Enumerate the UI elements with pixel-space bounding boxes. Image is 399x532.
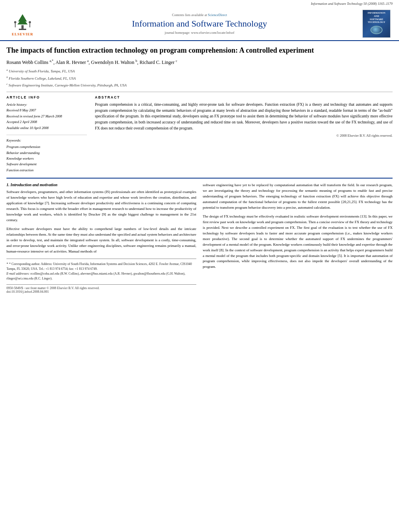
copyright-line: © 2008 Elsevier B.V. All rights reserved… <box>95 134 393 138</box>
keyword-4: Software development <box>6 161 87 167</box>
elsevier-tree-icon <box>10 11 35 31</box>
article-title: The impacts of function extraction techn… <box>6 46 393 55</box>
history-label: Article history: <box>6 102 87 107</box>
journal-badge-logo: INFORMATIONANDSOFTWARETECHNOLOGY <box>360 10 393 38</box>
corresponding-note: * * Corresponding author. Address: Unive… <box>6 261 196 272</box>
footer-footnotes: * * Corresponding author. Address: Unive… <box>6 259 196 281</box>
sciencedirect-link[interactable]: ScienceDirect <box>208 13 227 17</box>
keyword-1: Program comprehension <box>6 144 87 150</box>
sciencedirect-line: Contents lists available at ScienceDirec… <box>47 13 352 17</box>
email-note: E-mail addresses: rcollins@coba.usf.edu … <box>6 271 196 281</box>
keyword-2: Behavior understanding <box>6 150 87 156</box>
article-body: 1. Introduction and motivation Software … <box>6 178 393 294</box>
accepted-date: Accepted 2 April 2008 <box>6 119 87 125</box>
abstract-text: Program comprehension is a critical, tim… <box>95 102 393 131</box>
article-history: Article history: Received 8 May 2007 Rec… <box>6 102 87 131</box>
keywords-section: Keywords: Program comprehension Behavior… <box>6 138 87 173</box>
keyword-3: Knowledge workers <box>6 156 87 161</box>
bottom-copyright: 0950-5849/$ - see front matter © 2008 El… <box>6 286 196 290</box>
affiliations: a University of South Florida, Tampa, FL… <box>6 68 393 88</box>
article-info-label: ARTICLE INFO <box>6 95 87 99</box>
abstract-col: ABSTRACT Program comprehension is a crit… <box>95 95 393 173</box>
body-left-col: 1. Introduction and motivation Software … <box>6 183 196 294</box>
main-content: The impacts of function extraction techn… <box>0 41 399 298</box>
left-col-divider <box>6 135 87 135</box>
journal-header-center: Contents lists available at ScienceDirec… <box>39 13 360 35</box>
svg-rect-1 <box>21 25 23 29</box>
elsevier-logo: ELSEVIER <box>6 11 39 36</box>
section-divider <box>6 92 393 92</box>
bottom-bar: 0950-5849/$ - see front matter © 2008 El… <box>6 284 196 294</box>
section1-title: 1. Introduction and motivation <box>6 183 196 187</box>
journal-info-bar: Information and Software Technology 50 (… <box>0 0 399 6</box>
revised-date: Received in revised form 27 March 2008 <box>6 113 87 119</box>
authors-line: Rosann Webb Collins a,*, Alan R. Hevner … <box>6 59 393 66</box>
svg-point-6 <box>29 21 31 23</box>
journal-title: Information and Software Technology <box>47 18 352 29</box>
doi-line: doi:10.1016/j.infsof.2008.04.001 <box>6 290 196 294</box>
elsevier-brand-text: ELSEVIER <box>12 32 33 36</box>
svg-rect-0 <box>19 29 26 30</box>
journal-homepage: journal homepage: www.elsevier.com/locat… <box>47 31 352 35</box>
journal-header: ELSEVIER Contents lists available at Sci… <box>0 6 399 41</box>
article-info-col: ARTICLE INFO Article history: Received 8… <box>6 95 87 173</box>
abstract-label: ABSTRACT <box>95 95 393 99</box>
svg-point-4 <box>14 21 16 23</box>
body-para1: Software developers, programmers, and ot… <box>6 189 196 223</box>
body-para2: Effective software developers must have … <box>6 226 196 255</box>
keyword-5: Function extraction <box>6 167 87 173</box>
keywords-label: Keywords: <box>6 138 87 142</box>
info-abstract-section: ARTICLE INFO Article history: Received 8… <box>6 95 393 173</box>
received-date: Received 8 May 2007 <box>6 107 87 113</box>
body-right-para1: software engineering have yet to be repl… <box>203 183 393 211</box>
available-date: Available online 10 April 2008 <box>6 125 87 131</box>
body-right-col: software engineering have yet to be repl… <box>203 183 393 294</box>
body-right-para2: The design of FX technology must be effe… <box>203 214 393 270</box>
